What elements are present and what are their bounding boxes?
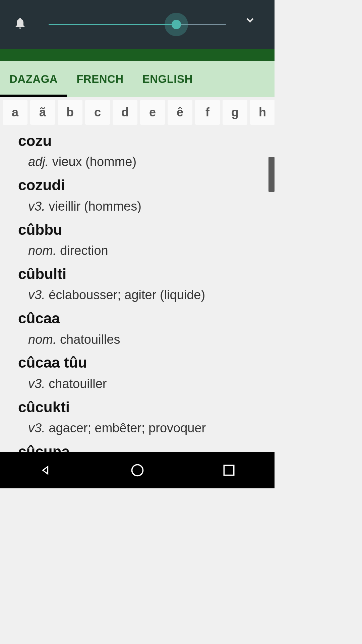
dictionary-list[interactable]: cozu adj. vieux (homme) cozudi v3. vieil… xyxy=(0,127,275,482)
letter-e-circ[interactable]: ê xyxy=(168,100,192,125)
entry-definition: nom. chatouilles xyxy=(18,328,275,350)
scrollbar-thumb[interactable] xyxy=(268,157,275,192)
list-item[interactable]: cozu adj. vieux (homme) xyxy=(18,131,275,172)
entry-meaning: éclabousser; agiter (liquide) xyxy=(49,288,205,302)
bell-icon xyxy=(13,16,27,33)
entry-meaning: direction xyxy=(60,244,108,258)
slider-thumb[interactable] xyxy=(172,20,181,29)
entry-definition: adj. vieux (homme) xyxy=(18,151,275,172)
list-item[interactable]: cozudi v3. vieillir (hommes) xyxy=(18,175,275,216)
list-item[interactable]: cûbbu nom. direction xyxy=(18,220,275,261)
letter-b[interactable]: b xyxy=(58,100,82,125)
slider-fill xyxy=(49,24,176,25)
android-nav-bar xyxy=(0,452,275,488)
entry-pos: adj. xyxy=(28,155,49,169)
entry-meaning: agacer; embêter; provoquer xyxy=(49,421,206,435)
entry-word: cûcaa xyxy=(18,308,275,328)
recents-icon[interactable] xyxy=(222,463,236,478)
letter-a[interactable]: a xyxy=(3,100,27,125)
entry-word: cûbbu xyxy=(18,220,275,239)
language-tabs: DAZAGA FRENCH ENGLISH xyxy=(0,61,275,97)
entry-meaning: chatouiller xyxy=(49,377,107,391)
entry-meaning: chatouilles xyxy=(60,332,120,346)
entry-definition: nom. direction xyxy=(18,239,275,261)
entry-word: cozu xyxy=(18,131,275,151)
entry-definition: v3. vieillir (hommes) xyxy=(18,195,275,216)
letter-h[interactable]: h xyxy=(250,100,275,125)
list-item[interactable]: cûcaa nom. chatouilles xyxy=(18,308,275,349)
tab-dazaga[interactable]: DAZAGA xyxy=(0,61,67,97)
entry-word: cozudi xyxy=(18,175,275,195)
back-icon[interactable] xyxy=(39,463,53,478)
tab-english[interactable]: ENGLISH xyxy=(133,61,202,97)
entry-meaning: vieux (homme) xyxy=(52,155,136,169)
entry-pos: v3. xyxy=(28,377,45,391)
entry-meaning: vieillir (hommes) xyxy=(49,199,141,213)
svg-rect-1 xyxy=(224,465,234,475)
entry-pos: nom. xyxy=(28,332,56,346)
entry-definition: v3. agacer; embêter; provoquer xyxy=(18,417,275,438)
tab-french[interactable]: FRENCH xyxy=(67,61,133,97)
entry-word: cûbulti xyxy=(18,264,275,284)
entry-pos: v3. xyxy=(28,421,45,435)
letter-d[interactable]: d xyxy=(113,100,137,125)
letter-f[interactable]: f xyxy=(195,100,220,125)
letter-e[interactable]: e xyxy=(140,100,165,125)
entry-definition: v3. éclabousser; agiter (liquide) xyxy=(18,284,275,305)
entry-word: cûcaa tûu xyxy=(18,353,275,372)
status-bar xyxy=(0,0,275,49)
home-icon[interactable] xyxy=(130,463,145,478)
list-item[interactable]: cûbulti v3. éclabousser; agiter (liquide… xyxy=(18,264,275,305)
entry-pos: v3. xyxy=(28,288,45,302)
brightness-slider[interactable] xyxy=(49,24,226,25)
svg-point-0 xyxy=(132,465,143,476)
letter-a-tilde[interactable]: ã xyxy=(30,100,55,125)
entry-word: cûcukti xyxy=(18,397,275,417)
entry-definition: v3. chatouiller xyxy=(18,373,275,394)
alphabet-bar: a ã b c d e ê f g h xyxy=(0,97,275,127)
list-item[interactable]: cûcukti v3. agacer; embêter; provoquer xyxy=(18,397,275,438)
list-item[interactable]: cûcaa tûu v3. chatouiller xyxy=(18,353,275,393)
app-bar xyxy=(0,49,275,61)
letter-g[interactable]: g xyxy=(223,100,247,125)
expand-panel-icon[interactable] xyxy=(244,14,256,26)
entry-pos: v3. xyxy=(28,199,45,213)
letter-c[interactable]: c xyxy=(85,100,110,125)
entry-pos: nom. xyxy=(28,244,56,258)
